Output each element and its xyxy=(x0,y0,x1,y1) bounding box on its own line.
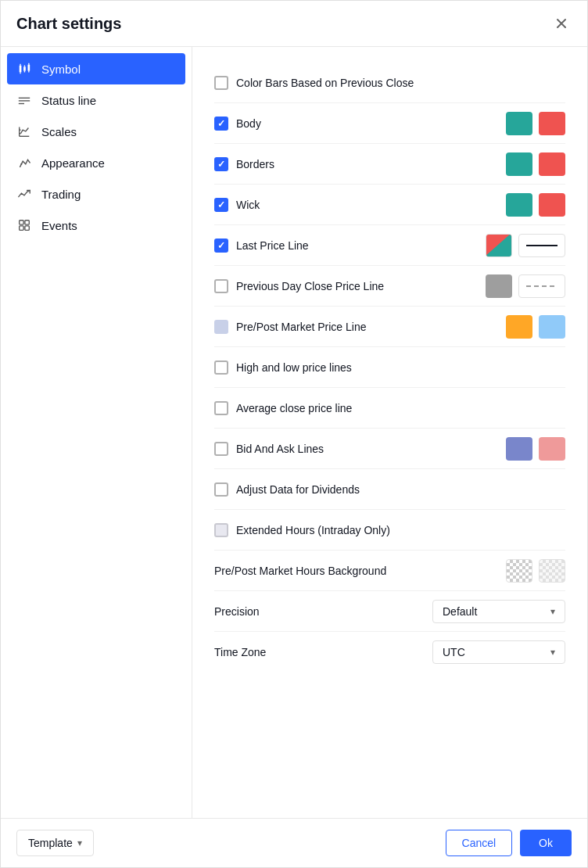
timezone-dropdown[interactable]: UTC ▾ xyxy=(432,640,565,664)
sidebar-item-events[interactable]: Events xyxy=(1,210,192,241)
timezone-controls: UTC ▾ xyxy=(432,640,565,664)
trading-icon xyxy=(16,186,32,202)
adjust-dividends-checkbox[interactable] xyxy=(214,482,228,497)
pre-post-background-swatch2[interactable] xyxy=(539,559,565,583)
prev-day-close-controls xyxy=(486,274,565,298)
setting-row-wick: Wick xyxy=(214,185,565,225)
dashed-line-indicator xyxy=(526,285,558,287)
ok-button[interactable]: Ok xyxy=(520,830,572,856)
sidebar-item-symbol[interactable]: Symbol xyxy=(7,53,185,84)
svg-rect-19 xyxy=(20,226,23,230)
borders-label: Borders xyxy=(236,158,506,170)
setting-row-last-price-line: Last Price Line xyxy=(214,225,565,266)
sidebar-item-label: Events xyxy=(41,219,77,232)
dialog-title: Chart settings xyxy=(16,15,121,33)
borders-color-down[interactable] xyxy=(539,152,565,176)
sidebar-item-scales[interactable]: Scales xyxy=(1,116,192,147)
sidebar-item-label: Appearance xyxy=(41,156,105,170)
solid-line-indicator xyxy=(526,245,558,246)
color-bars-label: Color Bars Based on Previous Close xyxy=(236,77,565,89)
precision-controls: Default ▾ xyxy=(432,600,565,623)
wick-color-down[interactable] xyxy=(539,193,565,217)
svg-rect-0 xyxy=(20,66,22,73)
last-price-line-checkbox[interactable] xyxy=(214,239,228,253)
body-color-down[interactable] xyxy=(539,112,565,135)
template-chevron-icon: ▾ xyxy=(77,838,82,848)
borders-color-up[interactable] xyxy=(506,152,532,176)
pre-post-market-controls xyxy=(506,315,565,339)
last-price-color-swatch[interactable] xyxy=(486,234,512,257)
last-price-line-style[interactable] xyxy=(518,234,565,257)
pre-post-market-label: Pre/Post Market Price Line xyxy=(236,321,506,333)
prev-day-close-checkbox[interactable] xyxy=(214,279,228,293)
cancel-button[interactable]: Cancel xyxy=(446,830,513,856)
pre-post-market-checkbox[interactable] xyxy=(214,320,228,334)
body-checkbox[interactable] xyxy=(214,117,228,131)
setting-row-bid-ask: Bid And Ask Lines xyxy=(214,429,565,469)
setting-row-extended-hours: Extended Hours (Intraday Only) xyxy=(214,510,565,551)
sidebar-item-trading[interactable]: Trading xyxy=(1,178,192,210)
setting-row-prev-day-close: Previous Day Close Price Line xyxy=(214,266,565,307)
timezone-value: UTC xyxy=(443,646,465,658)
svg-rect-20 xyxy=(25,226,29,230)
dialog-footer: Template ▾ Cancel Ok xyxy=(1,818,587,867)
sidebar-item-label: Status line xyxy=(41,94,96,107)
svg-rect-3 xyxy=(23,66,26,70)
close-button[interactable] xyxy=(551,13,572,34)
precision-label: Precision xyxy=(214,605,432,618)
sidebar-item-appearance[interactable]: Appearance xyxy=(1,147,192,178)
settings-content: Color Bars Based on Previous Close Body … xyxy=(192,47,587,818)
template-button[interactable]: Template ▾ xyxy=(16,830,94,856)
adjust-dividends-label: Adjust Data for Dividends xyxy=(236,483,565,496)
bid-ask-controls xyxy=(506,437,565,461)
sidebar-item-label: Scales xyxy=(41,125,77,138)
prev-day-close-color[interactable] xyxy=(486,274,512,298)
svg-point-16 xyxy=(20,163,22,165)
last-price-line-label: Last Price Line xyxy=(236,239,486,252)
precision-chevron-icon: ▾ xyxy=(550,606,555,617)
high-low-label: High and low price lines xyxy=(236,361,565,374)
avg-close-checkbox[interactable] xyxy=(214,401,228,415)
chart-settings-dialog: Chart settings xyxy=(0,0,588,868)
extended-hours-checkbox[interactable] xyxy=(214,523,228,537)
wick-color-up[interactable] xyxy=(506,193,532,217)
borders-checkbox[interactable] xyxy=(214,157,228,171)
setting-row-color-bars: Color Bars Based on Previous Close xyxy=(214,63,565,103)
borders-controls xyxy=(506,152,565,176)
body-color-up[interactable] xyxy=(506,112,532,135)
sidebar: Symbol Status line xyxy=(1,47,192,818)
wick-checkbox[interactable] xyxy=(214,198,228,212)
setting-row-high-low: High and low price lines xyxy=(214,347,565,388)
setting-row-borders: Borders xyxy=(214,144,565,185)
bid-color[interactable] xyxy=(506,437,532,461)
setting-row-precision: Precision Default ▾ xyxy=(214,591,565,632)
prev-day-close-label: Previous Day Close Price Line xyxy=(236,280,486,292)
svg-rect-18 xyxy=(25,221,29,224)
status-line-icon xyxy=(16,92,32,108)
setting-row-pre-post-market: Pre/Post Market Price Line xyxy=(214,307,565,347)
setting-row-timezone: Time Zone UTC ▾ xyxy=(214,632,565,673)
sidebar-item-label: Symbol xyxy=(41,63,81,76)
pre-post-market-color1[interactable] xyxy=(506,315,532,339)
setting-row-adjust-dividends: Adjust Data for Dividends xyxy=(214,469,565,510)
high-low-checkbox[interactable] xyxy=(214,360,228,375)
precision-dropdown[interactable]: Default ▾ xyxy=(432,600,565,623)
pre-post-market-color2[interactable] xyxy=(539,315,565,339)
timezone-chevron-icon: ▾ xyxy=(550,647,555,658)
ask-color[interactable] xyxy=(539,437,565,461)
scales-icon xyxy=(16,124,32,139)
pre-post-background-swatch1[interactable] xyxy=(506,559,532,583)
wick-controls xyxy=(506,193,565,217)
template-label: Template xyxy=(28,837,73,849)
setting-row-pre-post-background: Pre/Post Market Hours Background xyxy=(214,551,565,591)
color-bars-checkbox[interactable] xyxy=(214,76,228,90)
dialog-body: Symbol Status line xyxy=(1,47,587,818)
bid-ask-checkbox[interactable] xyxy=(214,442,228,456)
avg-close-label: Average close price line xyxy=(236,402,565,414)
sidebar-item-label: Trading xyxy=(41,188,81,201)
pre-post-background-label: Pre/Post Market Hours Background xyxy=(214,565,506,577)
sidebar-item-status-line[interactable]: Status line xyxy=(1,84,192,116)
dialog-header: Chart settings xyxy=(1,1,587,47)
prev-day-close-line-style[interactable] xyxy=(518,274,565,298)
timezone-label: Time Zone xyxy=(214,646,432,658)
